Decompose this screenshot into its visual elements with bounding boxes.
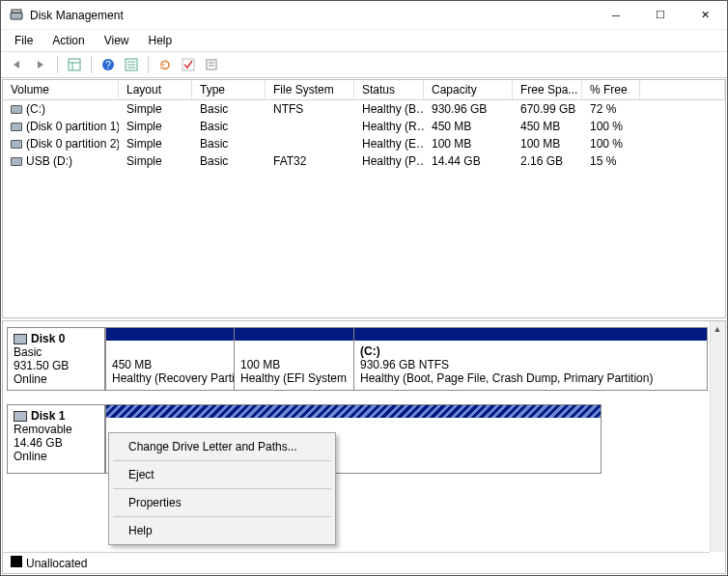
disk-icon <box>14 411 27 422</box>
volume-name: (C:) <box>26 102 45 116</box>
disk0-part2[interactable]: 100 MB Healthy (EFI System <box>235 341 354 391</box>
cell-pct: 100 % <box>582 136 640 151</box>
cell-pct: 100 % <box>582 119 640 134</box>
show-hide-icon[interactable] <box>66 56 83 73</box>
cell-layout: Simple <box>119 101 192 117</box>
close-button[interactable]: ✕ <box>683 1 727 30</box>
menu-file[interactable]: File <box>7 32 41 49</box>
disk0-size: 931.50 GB <box>14 359 69 372</box>
cell-type: Basic <box>192 153 266 169</box>
app-icon <box>9 8 24 23</box>
svg-rect-2 <box>69 59 80 70</box>
volume-icon <box>11 140 22 149</box>
col-capacity[interactable]: Capacity <box>424 80 513 99</box>
cell-free: 100 MB <box>513 136 582 151</box>
volume-row[interactable]: (Disk 0 partition 2)SimpleBasicHealthy (… <box>3 135 725 152</box>
menu-help[interactable]: Help <box>141 32 181 49</box>
disk0-label: Disk 0 <box>31 332 65 345</box>
forward-button[interactable] <box>32 56 49 73</box>
cell-status: Healthy (R… <box>354 119 424 134</box>
cell-layout: Simple <box>119 153 192 169</box>
scroll-up-icon[interactable]: ▲ <box>711 321 724 337</box>
column-headers: Volume Layout Type File System Status Ca… <box>3 80 725 100</box>
minimize-button[interactable]: ─ <box>594 1 638 30</box>
part-status: Healthy (Boot, Page File, Crash Dump, Pr… <box>360 371 653 385</box>
toolbar: ? <box>1 52 727 78</box>
col-volume[interactable]: Volume <box>3 80 119 99</box>
context-menu: Change Drive Letter and Paths... Eject P… <box>108 432 336 545</box>
properties-icon[interactable] <box>203 56 220 73</box>
action-check-icon[interactable] <box>180 56 197 73</box>
part-status: Healthy (Recovery Partition) <box>112 371 235 385</box>
volume-name: USB (D:) <box>26 154 72 168</box>
cell-pct: 72 % <box>582 101 640 117</box>
legend-unallocated: Unallocated <box>26 557 87 570</box>
col-free[interactable]: Free Spa... <box>513 80 582 99</box>
part-status: Healthy (EFI System <box>240 371 347 385</box>
disk0-info[interactable]: Disk 0 Basic 931.50 GB Online <box>7 327 105 391</box>
maximize-button[interactable]: ☐ <box>638 1 683 30</box>
ctx-help[interactable]: Help <box>111 520 333 541</box>
disk1-state: Online <box>14 450 47 463</box>
volume-row[interactable]: (C:)SimpleBasicNTFSHealthy (B…930.96 GB6… <box>3 100 725 118</box>
cell-capacity: 930.96 GB <box>424 101 513 117</box>
col-spacer <box>640 80 725 99</box>
disk0-state: Online <box>14 372 47 386</box>
legend-swatch-unallocated <box>11 556 22 567</box>
settings-list-icon[interactable] <box>123 56 140 73</box>
volume-icon <box>11 123 22 131</box>
cell-type: Basic <box>192 119 266 134</box>
cell-free: 670.99 GB <box>513 101 582 117</box>
cell-layout: Simple <box>119 119 192 134</box>
volume-name: (Disk 0 partition 2) <box>26 137 119 151</box>
col-status[interactable]: Status <box>354 80 424 99</box>
ctx-properties[interactable]: Properties <box>111 492 333 513</box>
volume-list: Volume Layout Type File System Status Ca… <box>2 79 726 318</box>
title-bar: Disk Management ─ ☐ ✕ <box>1 1 727 30</box>
col-fs[interactable]: File System <box>266 80 354 99</box>
refresh-icon[interactable] <box>156 56 174 73</box>
back-button[interactable] <box>9 56 26 73</box>
cell-free: 2.16 GB <box>513 153 582 169</box>
cell-capacity: 450 MB <box>424 119 513 134</box>
part-title: (C:) <box>360 344 380 358</box>
ctx-eject[interactable]: Eject <box>111 464 333 485</box>
menu-action[interactable]: Action <box>44 32 92 49</box>
volume-row[interactable]: (Disk 0 partition 1)SimpleBasicHealthy (… <box>3 118 725 135</box>
cell-fs <box>266 136 354 151</box>
cell-capacity: 14.44 GB <box>424 153 513 169</box>
col-pct[interactable]: % Free <box>582 80 640 99</box>
col-type[interactable]: Type <box>192 80 266 99</box>
cell-free: 450 MB <box>513 119 582 134</box>
disk0-part3[interactable]: (C:) 930.96 GB NTFS Healthy (Boot, Page … <box>354 341 708 391</box>
cell-fs: NTFS <box>266 101 354 117</box>
cell-type: Basic <box>192 136 266 151</box>
svg-rect-1 <box>12 10 21 13</box>
svg-rect-11 <box>182 59 194 70</box>
part-size: 930.96 GB NTFS <box>360 358 449 371</box>
vertical-scrollbar[interactable]: ▲ <box>710 321 725 552</box>
cell-layout: Simple <box>119 136 192 151</box>
cell-type: Basic <box>192 101 266 117</box>
svg-rect-0 <box>11 13 22 19</box>
col-layout[interactable]: Layout <box>119 80 192 99</box>
part-size: 450 MB <box>112 358 152 371</box>
volume-row[interactable]: USB (D:)SimpleBasicFAT32Healthy (P…14.44… <box>3 152 725 170</box>
menu-view[interactable]: View <box>97 32 137 49</box>
disk0-type: Basic <box>14 345 42 359</box>
part-size: 100 MB <box>240 358 280 371</box>
ctx-change-drive-letter[interactable]: Change Drive Letter and Paths... <box>111 436 333 457</box>
window-title: Disk Management <box>30 9 594 22</box>
volume-icon <box>11 105 22 114</box>
cell-capacity: 100 MB <box>424 136 513 151</box>
volume-icon <box>11 157 22 166</box>
disk1-type: Removable <box>14 423 72 436</box>
help-icon[interactable]: ? <box>99 56 117 73</box>
disk1-info[interactable]: Disk 1 Removable 14.46 GB Online <box>7 404 105 474</box>
disk-row-0: Disk 0 Basic 931.50 GB Online 450 MB Hea… <box>7 327 708 391</box>
legend: Unallocated <box>3 552 710 573</box>
disk1-size: 14.46 GB <box>14 436 63 450</box>
disk-icon <box>14 334 27 344</box>
disk0-part1[interactable]: 450 MB Healthy (Recovery Partition) <box>105 341 235 391</box>
svg-rect-12 <box>207 60 216 69</box>
